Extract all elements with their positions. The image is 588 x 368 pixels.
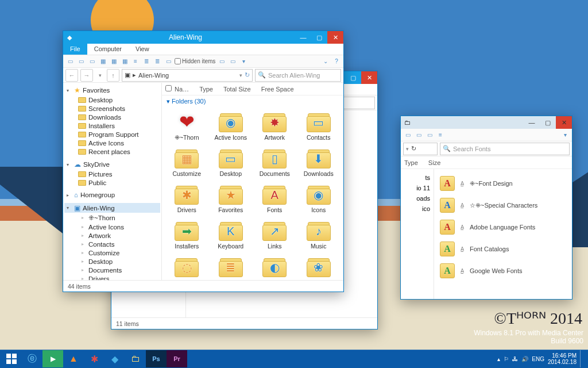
- folder-tile[interactable]: ★ Favorites: [210, 182, 253, 215]
- folder-tile[interactable]: ⬇ Downloads: [297, 146, 341, 179]
- tool-icon[interactable]: ≡: [436, 131, 445, 140]
- tool-icon[interactable]: ▭: [403, 131, 412, 140]
- list-item[interactable]: A A̲ ☆⁜~Special Characters: [440, 194, 566, 216]
- nav-pane[interactable]: ▾★ FavoritesDesktopScreenshotsDownloadsI…: [63, 83, 162, 280]
- group-header[interactable]: Folders (30): [162, 95, 343, 108]
- nav-item[interactable]: Desktop: [64, 95, 160, 104]
- close-button[interactable]: ✕: [361, 71, 377, 84]
- taskbar-vlc[interactable]: ▲: [63, 350, 84, 367]
- taskbar-app[interactable]: ✱: [84, 350, 105, 367]
- nav-group-head[interactable]: ▸⌂ Homegroup: [64, 190, 160, 200]
- nav-history-button[interactable]: ▾: [95, 69, 105, 82]
- tray-network-icon[interactable]: 🖧: [512, 356, 518, 362]
- tool-icon[interactable]: ▭: [164, 57, 173, 66]
- minimize-button[interactable]: —: [295, 31, 311, 44]
- tab-computer[interactable]: Computer: [87, 44, 129, 55]
- tool-icon[interactable]: ▦: [109, 57, 118, 66]
- taskbar-clock[interactable]: 16:46 PM2014.02.18: [548, 352, 577, 365]
- maximize-button[interactable]: ▢: [540, 116, 556, 129]
- nav-group-head[interactable]: ▾★ Favorites: [64, 85, 160, 95]
- tool-icon[interactable]: ▾: [239, 57, 248, 66]
- taskbar[interactable]: ⓔ ▶ ▲ ✱ ◆ 🗀 Ps Pr ▴ ⚐ 🖧 🔊 ENG 16:46 PM20…: [0, 350, 588, 368]
- taskbar-premiere[interactable]: Pr: [167, 350, 187, 367]
- folder-tile[interactable]: ↗ Links: [253, 218, 296, 251]
- tray-icon[interactable]: ▴: [497, 356, 500, 362]
- folder-tile[interactable]: ✸ Artwork: [253, 110, 296, 143]
- taskbar-app[interactable]: ◆: [105, 350, 125, 367]
- taskbar-explorer[interactable]: 🗀: [125, 350, 146, 367]
- minimize-button[interactable]: —: [524, 116, 540, 129]
- help-icon[interactable]: ?: [332, 57, 341, 66]
- nav-item[interactable]: ▸Drivers: [64, 274, 160, 280]
- folder-tile[interactable]: ◌ Normal St.: [165, 255, 208, 280]
- column-header[interactable]: Na… Type Total Size Free Space: [162, 83, 343, 95]
- tool-icon[interactable]: ▭: [65, 57, 75, 66]
- folder-tile[interactable]: A Fonts: [253, 182, 296, 215]
- folder-tile[interactable]: ▭ Contacts: [297, 110, 341, 143]
- explorer-window-fonts[interactable]: 🗀 — ▢ ✕ ▭ ▭ ▭ ≡ ▾ ▾ ↻ 🔍Search Fonts Type…: [400, 116, 572, 300]
- folder-tile[interactable]: ◐ Pictures: [253, 255, 296, 280]
- show-desktop-button[interactable]: [580, 350, 583, 367]
- tool-icon[interactable]: ≣: [142, 57, 151, 66]
- nav-item[interactable]: Active Icons: [64, 139, 160, 147]
- nav-item[interactable]: ▸Active Icons: [64, 223, 160, 231]
- nav-item[interactable]: Pictures: [64, 170, 160, 178]
- nav-item[interactable]: ▸Customize: [64, 248, 160, 257]
- tab-view[interactable]: View: [129, 44, 156, 55]
- maximize-button[interactable]: ▢: [311, 31, 327, 44]
- search-input[interactable]: 🔍Search Fonts: [440, 143, 570, 155]
- folder-tile[interactable]: ▯ Documents: [253, 146, 296, 179]
- tool-icon[interactable]: ▦: [98, 57, 107, 66]
- taskbar-photoshop[interactable]: Ps: [146, 350, 167, 367]
- close-button[interactable]: ✕: [556, 116, 572, 129]
- start-button[interactable]: [1, 350, 22, 367]
- folder-tile[interactable]: ✱ Drivers: [165, 182, 208, 215]
- nav-item[interactable]: ▸⁜~Thorn: [64, 213, 160, 223]
- file-list[interactable]: A A̲ ⁜~Font Design A A̲ ☆⁜~Special Chara…: [434, 169, 572, 299]
- nav-item[interactable]: ▸Artwork: [64, 231, 160, 240]
- tray-icon[interactable]: ⚐: [504, 356, 509, 362]
- list-item[interactable]: A A̲ ⁜~Font Design: [440, 172, 566, 194]
- nav-group-head[interactable]: ▾▣ Alien-Wing: [64, 203, 160, 213]
- close-button[interactable]: ✕: [327, 31, 343, 44]
- ribbon-tabs[interactable]: File Computer View: [63, 44, 343, 55]
- list-item[interactable]: A A̲ Font Catalogs: [440, 238, 566, 260]
- folder-tile[interactable]: ◉ Icons: [297, 182, 341, 215]
- system-tray[interactable]: ▴ ⚐ 🖧 🔊 ENG 16:46 PM2014.02.18: [497, 350, 587, 367]
- nav-item[interactable]: ▸Contacts: [64, 240, 160, 248]
- nav-item[interactable]: Installers: [64, 121, 160, 130]
- folder-tile[interactable]: K Keyboard: [210, 218, 253, 251]
- nav-item[interactable]: ▸Documents: [64, 266, 160, 274]
- nav-pane[interactable]: tsio 11oadsico: [401, 169, 434, 299]
- folder-tile[interactable]: ➡ Installers: [165, 218, 208, 251]
- expand-ribbon-icon[interactable]: ⌄: [321, 57, 330, 66]
- tray-volume-icon[interactable]: 🔊: [521, 356, 528, 362]
- breadcrumb[interactable]: ▾ ↻: [403, 143, 438, 155]
- list-item[interactable]: A A̲ Google Web Fonts: [440, 260, 566, 282]
- maximize-button[interactable]: ▢: [345, 71, 361, 84]
- nav-item[interactable]: Public: [64, 178, 160, 187]
- nav-item[interactable]: Downloads: [64, 113, 160, 121]
- list-item[interactable]: A A̲ Adobe Language Fonts: [440, 216, 566, 238]
- nav-fwd-button[interactable]: →: [80, 69, 93, 82]
- tool-icon[interactable]: ▭: [76, 57, 86, 66]
- titlebar[interactable]: 🗀 — ▢ ✕: [401, 116, 572, 129]
- tool-icon[interactable]: ▾: [560, 131, 570, 140]
- taskbar-store[interactable]: ▶: [42, 350, 63, 367]
- nav-item[interactable]: ▸Desktop: [64, 257, 160, 266]
- nav-back-button[interactable]: ←: [65, 69, 78, 82]
- folder-tile[interactable]: ▭ Desktop: [210, 146, 253, 179]
- hidden-items-checkbox[interactable]: Hidden items: [175, 58, 215, 64]
- folder-tile[interactable]: ▦ Customize: [165, 146, 208, 179]
- tool-icon[interactable]: ▭: [217, 57, 226, 66]
- nav-item[interactable]: Screenshots: [64, 104, 160, 113]
- titlebar[interactable]: ◆ Alien-Wing — ▢ ✕: [63, 31, 343, 44]
- folder-tile[interactable]: ♪ Music: [297, 218, 341, 251]
- tool-icon[interactable]: ▭: [87, 57, 96, 66]
- search-input[interactable]: 🔍Search Alien-Wing: [255, 69, 341, 82]
- tool-icon[interactable]: ▦: [120, 57, 129, 66]
- folder-tile[interactable]: ❀ Program Support: [297, 255, 341, 280]
- tool-icon[interactable]: ≡: [131, 57, 140, 66]
- nav-up-button[interactable]: ↑: [107, 69, 119, 82]
- folder-tile[interactable]: ◉ Active Icons: [210, 110, 253, 143]
